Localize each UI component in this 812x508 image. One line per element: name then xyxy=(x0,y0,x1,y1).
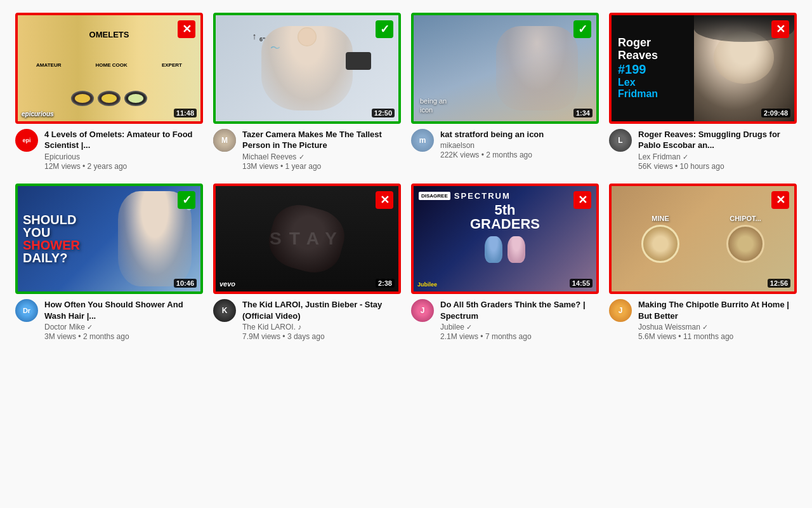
graders-text: 5thGRADERS xyxy=(470,203,540,231)
thumbnail-chipotle[interactable]: MINE CHIPOT... ✕ 12:56 xyxy=(609,184,797,295)
video-title: Tazer Camera Makes Me The Tallest Person… xyxy=(242,129,401,151)
avatar: Dr xyxy=(15,299,38,322)
badge-green-check: ✓ xyxy=(376,20,393,38)
video-title: Do All 5th Graders Think the Same? | Spe… xyxy=(440,299,599,321)
channel-name: mikaelson xyxy=(440,141,599,150)
avatar: J xyxy=(411,299,434,322)
meta-row: m kat stratford being an icon mikaelson … xyxy=(411,129,599,160)
meta-text: The Kid LAROI, Justin Bieber - Stay (Off… xyxy=(242,299,401,341)
disagree-badge: DISAGREE xyxy=(419,192,450,200)
meta-row: J Making The Chipotle Burrito At Home | … xyxy=(609,299,797,341)
meta-row: L Roger Reaves: Smuggling Drugs for Pabl… xyxy=(609,129,797,171)
channel-name: The Kid LAROI. ♪ xyxy=(242,323,401,331)
roger-name-text: RogerReaves xyxy=(618,37,658,62)
channel-name: Michael Reeves ✓ xyxy=(242,152,401,161)
video-title: The Kid LAROI, Justin Bieber - Stay (Off… xyxy=(242,299,401,321)
video-title: kat stratford being an icon xyxy=(440,129,599,140)
meta-text: Making The Chipotle Burrito At Home | Bu… xyxy=(638,299,797,341)
channel-name: Epicurious xyxy=(44,152,203,161)
video-title: 4 Levels of Omelets: Amateur to Food Sci… xyxy=(44,129,203,151)
thumbnail-tazer[interactable]: ↑ 6" 〜 ✓ 12:50 xyxy=(213,13,401,124)
channel-name: Jubilee ✓ xyxy=(440,323,599,331)
meta-text: Tazer Camera Makes Me The Tallest Person… xyxy=(242,129,401,171)
brand-epicurious: epicurious xyxy=(22,110,54,117)
vevo-badge: vevo xyxy=(219,280,235,288)
duration-badge: 11:48 xyxy=(174,109,197,117)
meta-row: epi 4 Levels of Omelets: Amateur to Food… xyxy=(15,129,203,171)
views-time: 7.9M views • 3 days ago xyxy=(242,332,401,341)
duration-badge: 10:46 xyxy=(174,279,197,288)
channel-name: Lex Fridman ✓ xyxy=(638,152,797,161)
duration-badge: 1:34 xyxy=(573,109,593,117)
shower-text: SHOULDYOUSHOWERDAILY? xyxy=(23,213,80,264)
thumbnail-stay[interactable]: STAY ✕ 2:38 vevo xyxy=(213,184,401,295)
thumbnail-roger[interactable]: RogerReaves #199 LexFridman ✕ 2:09:48 xyxy=(609,13,797,124)
meta-text: Roger Reaves: Smuggling Drugs for Pablo … xyxy=(638,129,797,171)
duration-badge: 12:56 xyxy=(768,279,790,288)
video-card-tazer[interactable]: ↑ 6" 〜 ✓ 12:50 M xyxy=(213,13,401,171)
views-time: 2.1M views • 7 months ago xyxy=(440,332,599,341)
views-time: 56K views • 10 hours ago xyxy=(638,162,797,171)
avatar: M xyxy=(213,129,236,152)
duration-badge: 2:09:48 xyxy=(761,109,790,117)
views-time: 3M views • 2 months ago xyxy=(44,332,203,341)
badge-red-x: ✕ xyxy=(573,191,591,209)
stay-word-text: STAY xyxy=(270,229,344,249)
thumbnail-shower[interactable]: SHOULDYOUSHOWERDAILY? ✓ 10:46 xyxy=(15,184,203,295)
badge-red-x: ✕ xyxy=(178,20,195,38)
avatar: K xyxy=(213,299,236,322)
badge-green-check: ✓ xyxy=(178,191,195,209)
thumbnail-kat[interactable]: being anicon ✓ 1:34 xyxy=(411,13,599,124)
badge-red-x: ✕ xyxy=(771,20,789,38)
video-title: Roger Reaves: Smuggling Drugs for Pablo … xyxy=(638,129,797,151)
video-title: Making The Chipotle Burrito At Home | Bu… xyxy=(638,299,797,321)
thumbnail-spectrum[interactable]: DISAGREE SPECTRUM AG 5thGRADERS Jubilee … xyxy=(411,184,599,295)
meta-row: J Do All 5th Graders Think the Same? | S… xyxy=(411,299,599,341)
meta-row: M Tazer Camera Makes Me The Tallest Pers… xyxy=(213,129,401,171)
views-time: 12M views • 2 years ago xyxy=(44,162,203,171)
duration-badge: 2:38 xyxy=(376,279,395,288)
video-card-omelet[interactable]: OMELETS AMATEURHOME COOKEXPERT xyxy=(15,13,203,171)
meta-text: kat stratford being an icon mikaelson 22… xyxy=(440,129,599,160)
jubilee-brand: Jubilee xyxy=(417,281,437,288)
meta-text: 4 Levels of Omelets: Amateur to Food Sci… xyxy=(44,129,203,171)
channel-name: Joshua Weissman ✓ xyxy=(638,323,797,331)
spectrum-label: SPECTRUM xyxy=(454,191,511,201)
meta-text: How Often You Should Shower And Wash Hai… xyxy=(44,299,203,341)
roger-lex-text: LexFridman xyxy=(618,77,658,100)
video-grid: OMELETS AMATEURHOME COOKEXPERT xyxy=(15,13,797,341)
avatar: m xyxy=(411,129,434,152)
avatar: J xyxy=(609,299,632,322)
channel-name: Doctor Mike ✓ xyxy=(44,323,203,331)
meta-text: Do All 5th Graders Think the Same? | Spe… xyxy=(440,299,599,341)
badge-red-x: ✕ xyxy=(376,191,393,209)
video-card-spectrum[interactable]: DISAGREE SPECTRUM AG 5thGRADERS Jubilee … xyxy=(411,184,599,342)
meta-row: Dr How Often You Should Shower And Wash … xyxy=(15,299,203,341)
video-title: How Often You Should Shower And Wash Hai… xyxy=(44,299,203,321)
kat-overlay-text: being anicon xyxy=(420,97,447,115)
avatar: L xyxy=(609,129,632,152)
video-card-chipotle[interactable]: MINE CHIPOT... ✕ 12:56 J Making The Chip… xyxy=(609,184,797,342)
thumbnail-omelet[interactable]: OMELETS AMATEURHOME COOKEXPERT xyxy=(15,13,203,124)
video-card-kat[interactable]: being anicon ✓ 1:34 m kat stratford bein… xyxy=(411,13,599,171)
roger-num-text: #199 xyxy=(618,62,658,77)
video-card-stay[interactable]: STAY ✕ 2:38 vevo K The Kid LAROI, Justin… xyxy=(213,184,401,342)
avatar: epi xyxy=(15,129,38,152)
meta-row: K The Kid LAROI, Justin Bieber - Stay (O… xyxy=(213,299,401,341)
video-card-shower[interactable]: SHOULDYOUSHOWERDAILY? ✓ 10:46 Dr How Oft… xyxy=(15,184,203,342)
video-card-roger[interactable]: RogerReaves #199 LexFridman ✕ 2:09:48 L … xyxy=(609,13,797,171)
badge-red-x: ✕ xyxy=(771,191,789,209)
views-time: 222K views • 2 months ago xyxy=(440,150,599,159)
duration-badge: 12:50 xyxy=(372,109,395,117)
badge-green-check: ✓ xyxy=(573,20,591,38)
views-time: 13M views • 1 year ago xyxy=(242,162,401,171)
views-time: 5.6M views • 11 months ago xyxy=(638,332,797,341)
duration-badge: 14:55 xyxy=(570,279,593,288)
